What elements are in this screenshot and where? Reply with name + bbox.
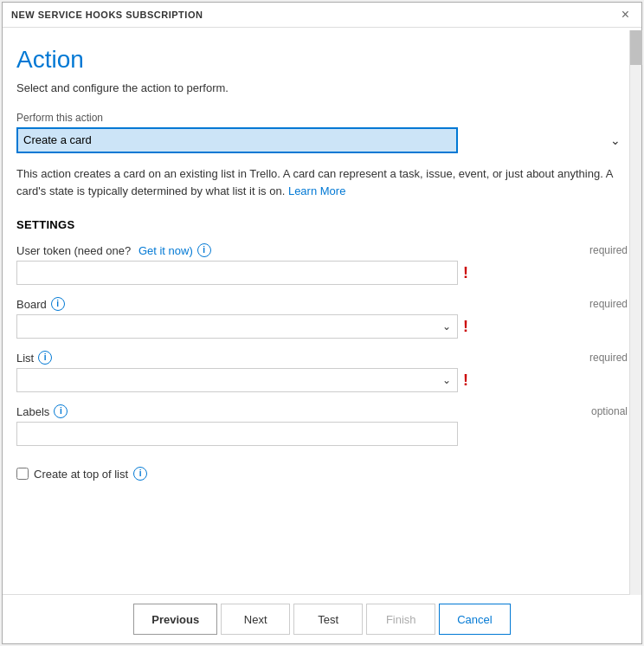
board-info-icon[interactable]: i	[51, 297, 65, 311]
settings-header: SETTINGS	[16, 218, 628, 231]
labels-input[interactable]	[16, 422, 458, 446]
list-header: List i required	[16, 351, 628, 365]
scrollbar-thumb[interactable]	[630, 30, 642, 65]
test-button[interactable]: Test	[293, 604, 363, 635]
labels-label-group: Labels i	[16, 404, 68, 418]
action-select[interactable]: Create a card	[16, 127, 458, 153]
dialog-body: Action Select and configure the action t…	[3, 28, 641, 594]
create-top-of-list-label: Create at top of list	[34, 468, 128, 481]
user-token-required: required	[589, 244, 628, 256]
dialog: NEW SERVICE HOOKS SUBSCRIPTION × Action …	[2, 2, 642, 644]
list-input-row: ⌄ !	[16, 368, 628, 392]
user-token-label-group: User token (need one? Get it now) i	[16, 243, 211, 257]
user-token-field: User token (need one? Get it now) i requ…	[16, 243, 628, 285]
dialog-footer: Previous Next Test Finish Cancel	[3, 594, 641, 643]
board-required: required	[589, 298, 628, 310]
board-select-wrapper: ⌄	[16, 314, 458, 339]
scrollbar-track[interactable]	[629, 30, 641, 595]
get-it-now-link[interactable]: Get it now)	[138, 244, 193, 257]
page-subtitle: Select and configure the action to perfo…	[16, 81, 628, 94]
dialog-title: NEW SERVICE HOOKS SUBSCRIPTION	[11, 10, 203, 20]
list-required: required	[589, 352, 628, 364]
user-token-input[interactable]	[16, 261, 458, 285]
board-select[interactable]	[16, 314, 458, 339]
user-token-label-text: User token (need one?	[16, 244, 134, 257]
labels-input-row	[16, 422, 628, 446]
create-top-of-list-row: Create at top of list i	[16, 467, 628, 481]
list-select-wrapper: ⌄	[16, 368, 458, 392]
close-button[interactable]: ×	[618, 8, 633, 22]
next-button[interactable]: Next	[221, 604, 290, 635]
board-label-group: Board i	[16, 297, 65, 311]
action-select-arrow-icon: ⌄	[610, 133, 621, 147]
perform-action-label: Perform this action	[16, 112, 628, 124]
list-label-text: List	[16, 352, 34, 365]
labels-header: Labels i optional	[16, 404, 628, 418]
user-token-input-row: !	[16, 261, 628, 285]
board-field: Board i required ⌄ !	[16, 297, 628, 339]
list-select[interactable]	[16, 368, 458, 392]
board-header: Board i required	[16, 297, 628, 311]
board-input-row: ⌄ !	[16, 314, 628, 339]
board-label-text: Board	[16, 298, 47, 311]
action-select-wrapper: Create a card ⌄	[16, 127, 628, 153]
user-token-error-icon: !	[463, 265, 468, 281]
user-token-header: User token (need one? Get it now) i requ…	[16, 243, 628, 257]
create-top-of-list-checkbox[interactable]	[16, 468, 29, 480]
dialog-titlebar: NEW SERVICE HOOKS SUBSCRIPTION ×	[3, 3, 641, 28]
action-description: This action creates a card on an existin…	[16, 165, 622, 202]
cancel-button[interactable]: Cancel	[439, 604, 510, 635]
labels-field: Labels i optional	[16, 404, 628, 446]
learn-more-link[interactable]: Learn More	[288, 184, 345, 197]
page-title: Action	[16, 45, 628, 74]
list-label-group: List i	[16, 351, 52, 365]
finish-button[interactable]: Finish	[366, 604, 435, 635]
previous-button[interactable]: Previous	[133, 604, 217, 635]
user-token-info-icon[interactable]: i	[197, 243, 211, 257]
list-info-icon[interactable]: i	[38, 351, 52, 365]
board-error-icon: !	[463, 319, 468, 334]
labels-info-icon[interactable]: i	[54, 404, 68, 418]
labels-optional: optional	[591, 405, 628, 417]
create-top-of-list-info-icon[interactable]: i	[133, 467, 147, 481]
list-error-icon: !	[463, 372, 468, 388]
list-field: List i required ⌄ !	[16, 351, 628, 392]
labels-label-text: Labels	[16, 405, 49, 418]
